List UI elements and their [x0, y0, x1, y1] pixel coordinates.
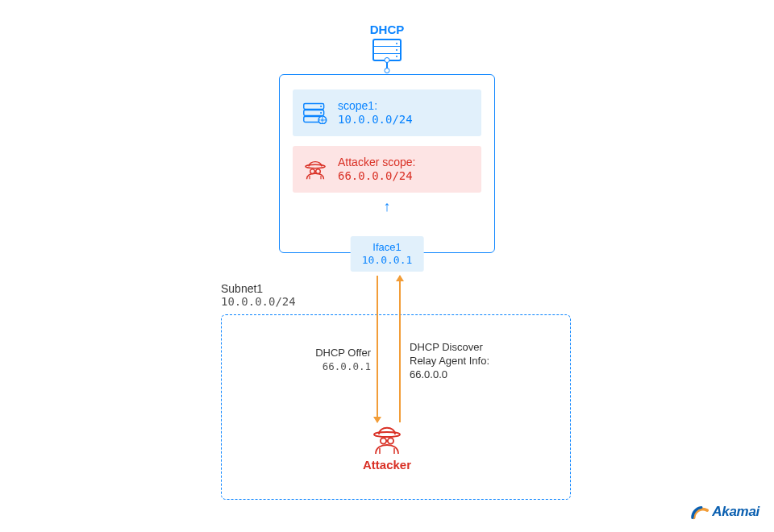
- dhcp-server-box: scope1: 10.0.0.0/24 Attacker scope:: [279, 74, 495, 253]
- attacker-label: Attacker: [363, 458, 411, 472]
- dhcp-discover-label: DHCP Discover Relay Agent Info: 66.0.0.0: [410, 341, 531, 382]
- server-scope-icon: [302, 102, 328, 124]
- arrowhead-up-icon: [396, 275, 404, 281]
- subnet-name: Subnet1: [221, 282, 296, 295]
- iface-ip: 10.0.0.1: [362, 254, 413, 267]
- svg-point-13: [310, 169, 315, 174]
- subnet-label: Subnet1 10.0.0.0/24: [221, 282, 296, 308]
- brand-logo: Akamai: [691, 503, 759, 521]
- scope1-text: scope1: 10.0.0.0/24: [338, 99, 413, 127]
- dhcp-discover-sub1: Relay Agent Info:: [410, 355, 531, 368]
- dhcp-discover-title: DHCP Discover: [410, 341, 531, 355]
- iface-box: Iface1 10.0.0.1: [351, 236, 424, 272]
- svg-point-14: [316, 169, 321, 174]
- svg-point-20: [388, 438, 393, 443]
- iface-label: Iface1: [362, 241, 413, 254]
- connector-icon: [386, 61, 388, 69]
- dhcp-offer-label: DHCP Offer 66.0.0.1: [300, 347, 371, 373]
- svg-point-3: [320, 106, 322, 107]
- subnet-cidr: 10.0.0.0/24: [221, 295, 296, 308]
- scope1-label: scope1:: [338, 99, 413, 113]
- attacker-scope-box: Attacker scope: 66.0.0.0/24: [293, 146, 481, 193]
- attacker-scope-cidr: 66.0.0.0/24: [338, 169, 416, 183]
- diagram-canvas: DHCP: [0, 0, 774, 532]
- attacker-scope-label: Attacker scope:: [338, 156, 416, 169]
- dhcp-offer-value: 66.0.0.1: [300, 360, 371, 373]
- arrow-up-icon: ↑: [384, 199, 391, 214]
- dhcp-offer-arrow: [377, 276, 378, 422]
- svg-point-12: [306, 164, 326, 168]
- brand-swirl-icon: [691, 503, 709, 521]
- scope1-box: scope1: 10.0.0.0/24: [293, 89, 481, 136]
- spy-scope-icon: [302, 158, 328, 181]
- brand-text: Akamai: [712, 504, 759, 520]
- dhcp-discover-sub2: 66.0.0.0: [410, 368, 531, 382]
- arrowhead-down-icon: [373, 417, 381, 423]
- svg-point-18: [374, 432, 400, 437]
- svg-point-19: [381, 438, 386, 443]
- attacker-icon: [371, 423, 403, 455]
- dhcp-title: DHCP: [370, 23, 405, 36]
- attacker-scope-text: Attacker scope: 66.0.0.0/24: [338, 156, 416, 183]
- dhcp-discover-arrow: [399, 276, 401, 422]
- dhcp-offer-title: DHCP Offer: [300, 347, 371, 360]
- scope1-cidr: 10.0.0.0/24: [338, 113, 413, 127]
- svg-point-4: [320, 112, 322, 114]
